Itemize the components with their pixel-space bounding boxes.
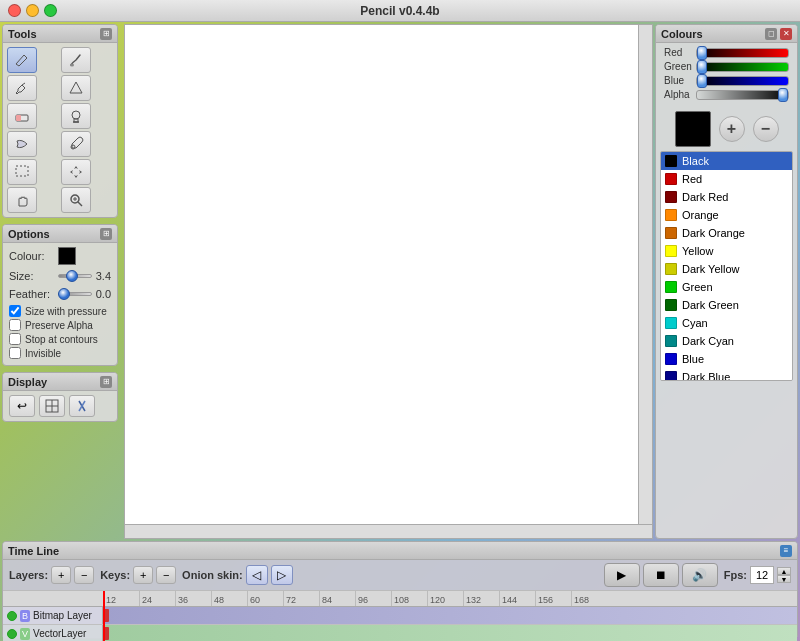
colour-list[interactable]: BlackRedDark RedOrangeDark OrangeYellowD… xyxy=(660,151,793,381)
playhead[interactable] xyxy=(103,591,105,641)
timeline-controls: Layers: + − Keys: + − Onion skin: ◁ ▷ ▶ … xyxy=(3,560,797,591)
size-label: Size: xyxy=(9,270,54,282)
window-controls[interactable] xyxy=(8,4,57,17)
colour-list-item[interactable]: Cyan xyxy=(661,314,792,332)
colours-panel-title: Colours xyxy=(661,28,703,40)
tool-move[interactable] xyxy=(61,159,91,185)
colours-panel-close[interactable]: ✕ xyxy=(780,28,792,40)
close-button[interactable] xyxy=(8,4,21,17)
colour-preview-box[interactable] xyxy=(675,111,711,147)
maximize-button[interactable] xyxy=(44,4,57,17)
grid-button[interactable] xyxy=(39,395,65,417)
feather-option-row: Feather: 0.0 xyxy=(9,287,111,301)
playback-control-group: ▶ ⏹ 🔊 xyxy=(604,563,718,587)
remove-key-button[interactable]: − xyxy=(156,566,176,584)
ruler-mark: 132 xyxy=(463,591,499,606)
layer-track-bitmap[interactable] xyxy=(103,607,797,624)
colours-panel-header: Colours ◻ ✕ xyxy=(656,25,797,43)
layer-track-vector[interactable] xyxy=(103,625,797,641)
display-panel-icon[interactable]: ⊞ xyxy=(100,376,112,388)
ruler-mark: 156 xyxy=(535,591,571,606)
ruler-mark: 144 xyxy=(499,591,535,606)
tool-pencil[interactable] xyxy=(7,47,37,73)
colour-list-item[interactable]: Dark Yellow xyxy=(661,260,792,278)
canvas-area[interactable] xyxy=(124,24,653,539)
colour-swatch[interactable] xyxy=(58,247,76,265)
tool-zoom[interactable] xyxy=(61,187,91,213)
tool-eraser[interactable] xyxy=(7,103,37,129)
options-panel-icon[interactable]: ⊞ xyxy=(100,228,112,240)
feather-slider[interactable] xyxy=(58,287,92,301)
undo-button[interactable]: ↩ xyxy=(9,395,35,417)
remove-layer-button[interactable]: − xyxy=(74,566,94,584)
fps-up-button[interactable]: ▲ xyxy=(777,567,791,575)
alpha-slider[interactable] xyxy=(696,90,789,100)
add-layer-button[interactable]: + xyxy=(51,566,71,584)
colour-list-item[interactable]: Dark Red xyxy=(661,188,792,206)
size-pressure-checkbox[interactable] xyxy=(9,305,21,317)
colour-list-item[interactable]: Dark Cyan xyxy=(661,332,792,350)
minimize-button[interactable] xyxy=(26,4,39,17)
colour-list-item[interactable]: Dark Orange xyxy=(661,224,792,242)
tool-dropper[interactable] xyxy=(7,75,37,101)
main-area: Tools ⊞ xyxy=(0,22,800,641)
layer-vis-vector[interactable] xyxy=(7,629,17,639)
onion-next-button[interactable]: ▷ xyxy=(271,565,293,585)
onion-prev-button[interactable]: ◁ xyxy=(246,565,268,585)
timeline-icon[interactable]: ≡ xyxy=(780,545,792,557)
keys-control-group: Keys: + − xyxy=(100,566,176,584)
colour-list-item[interactable]: Black xyxy=(661,152,792,170)
fps-down-button[interactable]: ▼ xyxy=(777,575,791,583)
tools-panel-icon[interactable]: ⊞ xyxy=(100,28,112,40)
tool-select[interactable] xyxy=(7,159,37,185)
size-option-row: Size: 3.4 xyxy=(9,269,111,283)
title-bar: Pencil v0.4.4b xyxy=(0,0,800,22)
size-slider[interactable] xyxy=(58,269,92,283)
colour-add-button[interactable]: + xyxy=(719,116,745,142)
timeline-ruler-marks: 1224364860728496108120132144156168 xyxy=(103,591,607,606)
colour-label: Colour: xyxy=(9,250,54,262)
blue-slider[interactable] xyxy=(696,76,789,86)
options-panel: Options ⊞ Colour: Size: 3.4 Feathe xyxy=(2,224,118,366)
preserve-alpha-checkbox[interactable] xyxy=(9,319,21,331)
layer-name-vector: VectorLayer xyxy=(33,628,86,639)
canvas-scrollbar-vertical[interactable] xyxy=(638,25,652,524)
fps-value[interactable]: 12 xyxy=(750,566,774,584)
layer-row-vector: V VectorLayer xyxy=(3,625,797,641)
add-key-button[interactable]: + xyxy=(133,566,153,584)
green-slider[interactable] xyxy=(696,62,789,72)
colour-name: Yellow xyxy=(682,245,713,257)
stop-button[interactable]: ⏹ xyxy=(643,563,679,587)
colour-list-item[interactable]: Dark Green xyxy=(661,296,792,314)
layer-icon-bitmap: B xyxy=(20,610,30,622)
stop-contours-checkbox[interactable] xyxy=(9,333,21,345)
layers-control-group: Layers: + − xyxy=(9,566,94,584)
tool-stamp[interactable] xyxy=(61,103,91,129)
onion-button[interactable] xyxy=(69,395,95,417)
tool-smudge[interactable] xyxy=(7,131,37,157)
tools-panel: Tools ⊞ xyxy=(2,24,118,218)
colours-panel-restore[interactable]: ◻ xyxy=(765,28,777,40)
colour-list-item[interactable]: Blue xyxy=(661,350,792,368)
colour-name: Dark Orange xyxy=(682,227,745,239)
play-button[interactable]: ▶ xyxy=(604,563,640,587)
colour-name: Dark Green xyxy=(682,299,739,311)
loop-button[interactable]: 🔊 xyxy=(682,563,718,587)
colour-list-item[interactable]: Orange xyxy=(661,206,792,224)
tool-brush[interactable] xyxy=(61,47,91,73)
colour-list-item[interactable]: Dark Blue xyxy=(661,368,792,381)
layer-vis-bitmap[interactable] xyxy=(7,611,17,621)
tool-eyedrop[interactable] xyxy=(61,131,91,157)
colour-list-item[interactable]: Red xyxy=(661,170,792,188)
invisible-checkbox[interactable] xyxy=(9,347,21,359)
tool-shape[interactable] xyxy=(61,75,91,101)
colour-list-item[interactable]: Green xyxy=(661,278,792,296)
colour-dot xyxy=(665,281,677,293)
colour-remove-button[interactable]: − xyxy=(753,116,779,142)
red-slider[interactable] xyxy=(696,48,789,58)
tool-hand[interactable] xyxy=(7,187,37,213)
canvas-scrollbar-horizontal[interactable] xyxy=(125,524,652,538)
options-content: Colour: Size: 3.4 Feather: xyxy=(3,243,117,365)
colour-list-item[interactable]: Yellow xyxy=(661,242,792,260)
ruler-mark: 60 xyxy=(247,591,283,606)
